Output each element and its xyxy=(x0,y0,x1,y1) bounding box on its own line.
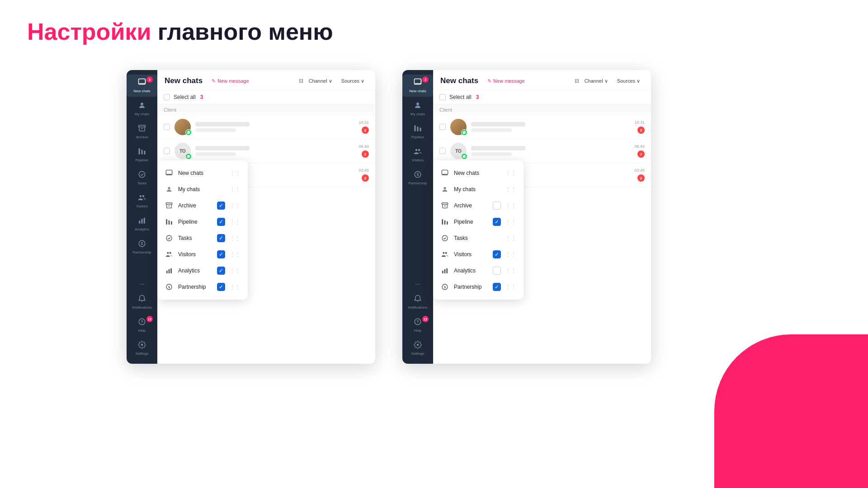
chat-checkbox-2-1[interactable] xyxy=(439,124,446,130)
dropdown-drag-my-chats-2[interactable]: ⋮⋮ xyxy=(505,186,516,192)
dropdown-icon-new-chats-1 xyxy=(165,169,174,178)
dropdown-check-pipeline-2[interactable]: ✓ xyxy=(493,218,501,226)
dropdown-item-archive-2[interactable]: Archive ⋮⋮ xyxy=(433,197,524,214)
dropdown-check-archive-1[interactable]: ✓ xyxy=(217,202,225,210)
dropdown-check-analytics-2[interactable] xyxy=(493,267,501,275)
sidebar-label-pipeline-2: Pipeline xyxy=(411,135,424,139)
sources-btn-2[interactable]: Sources ∨ xyxy=(613,77,644,85)
sidebar-item-analytics-1[interactable]: Analytics xyxy=(127,213,157,235)
chat-item-2-1[interactable]: 10:31 2 xyxy=(433,115,651,139)
dropdown-drag-archive-2[interactable]: ⋮⋮ xyxy=(505,202,516,209)
dropdown-item-tasks-2[interactable]: Tasks ⋮⋮ xyxy=(433,230,524,246)
chat-checkbox-2[interactable] xyxy=(164,148,170,154)
dropdown-check-archive-2[interactable] xyxy=(493,202,501,210)
dropdown-item-visitors-2[interactable]: Visitors ✓ ⋮⋮ xyxy=(433,246,524,263)
sidebar-item-new-chats-2[interactable]: 3 New chats xyxy=(402,75,433,97)
dropdown-item-archive-1[interactable]: Archive ✓ ⋮⋮ xyxy=(157,197,248,214)
dropdown-drag-pipeline-2[interactable]: ⋮⋮ xyxy=(505,219,516,225)
dropdown-drag-analytics-2[interactable]: ⋮⋮ xyxy=(505,267,516,274)
sidebar-item-help-1[interactable]: 13 ? Help xyxy=(127,314,157,336)
dropdown-drag-pipeline-1[interactable]: ⋮⋮ xyxy=(230,219,241,225)
new-message-btn-1[interactable]: ✎ New message xyxy=(209,77,252,85)
dropdown-item-new-chats-2[interactable]: New chats ⋮⋮ xyxy=(433,165,524,181)
mock-wrapper: 3 New chats My chats Archive xyxy=(127,70,651,364)
dropdown-drag-tasks-2[interactable]: ⋮⋮ xyxy=(505,235,516,241)
dropdown-item-pipeline-2[interactable]: Pipeline ✓ ⋮⋮ xyxy=(433,214,524,230)
dropdown-item-new-chats-1[interactable]: New chats ⋮⋮ xyxy=(157,165,248,181)
chat-unread-2-1: 2 xyxy=(637,127,645,134)
dropdown-drag-partnership-2[interactable]: ⋮⋮ xyxy=(505,284,516,290)
dropdown-item-partnership-1[interactable]: $ Partnership ✓ ⋮⋮ xyxy=(157,279,248,295)
chat-checkbox-2-2[interactable] xyxy=(439,148,446,154)
dropdown-check-pipeline-1[interactable]: ✓ xyxy=(217,218,225,226)
dropdown-drag-new-chats-2[interactable]: ⋮⋮ xyxy=(505,170,516,176)
sidebar-item-notifications-2[interactable]: Notifications xyxy=(402,291,433,313)
sidebar-1: 3 New chats My chats Archive xyxy=(127,70,157,364)
sidebar-label-tasks-1: Tasks xyxy=(137,181,146,185)
sidebar-item-visitors-2[interactable]: Visitors xyxy=(402,144,433,166)
sidebar-item-archive-1[interactable]: Archive xyxy=(127,121,157,143)
dropdown-item-my-chats-2[interactable]: My chats ⋮⋮ xyxy=(433,181,524,197)
dropdown-icon-archive-2 xyxy=(440,201,449,210)
dropdown-check-tasks-1[interactable]: ✓ xyxy=(217,234,225,242)
channel-btn-2[interactable]: Channel ∨ xyxy=(581,77,612,85)
select-all-checkbox-2[interactable] xyxy=(439,94,446,100)
new-message-btn-2[interactable]: ✎ New message xyxy=(485,77,528,85)
svg-rect-11 xyxy=(142,219,143,224)
sidebar-item-new-chats-1[interactable]: 3 New chats xyxy=(127,75,157,97)
mock-ui-2: 3 New chats My chats Pipeline xyxy=(402,70,651,364)
dropdown-drag-analytics-1[interactable]: ⋮⋮ xyxy=(230,267,241,274)
avatar-badge-wa-2-2 xyxy=(461,153,467,160)
dropdown-drag-visitors-2[interactable]: ⋮⋮ xyxy=(505,251,516,258)
svg-rect-20 xyxy=(166,203,172,204)
sidebar-item-partnership-2[interactable]: $ Partnership xyxy=(402,167,433,189)
sidebar-item-help-2[interactable]: 13 ? Help xyxy=(402,314,433,336)
dropdown-check-partnership-1[interactable]: ✓ xyxy=(217,283,225,291)
channel-btn-1[interactable]: Channel ∨ xyxy=(305,77,336,85)
new-chats-icon-1 xyxy=(138,78,146,88)
sidebar-item-settings-2[interactable]: Settings xyxy=(402,337,433,359)
dropdown-item-my-chats-1[interactable]: My chats ⋮⋮ xyxy=(157,181,248,197)
sidebar-item-pipeline-1[interactable]: Pipeline xyxy=(127,144,157,166)
dropdown-item-tasks-1[interactable]: Tasks ✓ ⋮⋮ xyxy=(157,230,248,246)
sidebar-item-visitors-1[interactable]: Visitors xyxy=(127,190,157,212)
dropdown-drag-tasks-1[interactable]: ⋮⋮ xyxy=(230,235,241,241)
settings-icon-2 xyxy=(414,341,422,350)
dropdown-check-visitors-2[interactable]: ✓ xyxy=(493,250,501,258)
dropdown-item-visitors-1[interactable]: Visitors ✓ ⋮⋮ xyxy=(157,246,248,263)
chat-meta-2-2: 06:44 2 xyxy=(634,144,645,158)
dropdown-check-partnership-2[interactable]: ✓ xyxy=(493,283,501,291)
dropdown-icon-my-chats-1 xyxy=(165,185,174,194)
sidebar-item-my-chats-1[interactable]: My chats xyxy=(127,98,157,120)
sidebar-item-settings-1[interactable]: Settings xyxy=(127,337,157,359)
dropdown-item-pipeline-1[interactable]: Pipeline ✓ ⋮⋮ xyxy=(157,214,248,230)
select-all-checkbox-1[interactable] xyxy=(164,94,170,100)
svg-rect-22 xyxy=(166,219,167,225)
dropdown-label-new-chats-2: New chats xyxy=(454,170,501,176)
svg-rect-28 xyxy=(166,271,168,273)
dropdown-drag-partnership-1[interactable]: ⋮⋮ xyxy=(230,284,241,290)
sidebar-item-tasks-1[interactable]: Tasks xyxy=(127,167,157,189)
title-highlight: Настройки xyxy=(27,19,151,45)
dropdown-item-analytics-1[interactable]: Analytics ✓ ⋮⋮ xyxy=(157,263,248,279)
dropdown-check-analytics-1[interactable]: ✓ xyxy=(217,267,225,275)
dropdown-drag-visitors-1[interactable]: ⋮⋮ xyxy=(230,251,241,258)
sources-btn-1[interactable]: Sources ∨ xyxy=(338,77,368,85)
top-bar-filter-1: ⊟ Channel ∨ Sources ∨ xyxy=(299,77,368,85)
dropdown-drag-my-chats-1[interactable]: ⋮⋮ xyxy=(230,186,241,192)
sidebar-item-my-chats-2[interactable]: My chats xyxy=(402,98,433,120)
sidebar-item-partnership-1[interactable]: $ Partnership xyxy=(127,236,157,258)
sidebar-item-pipeline-2[interactable]: Pipeline xyxy=(402,121,433,143)
dropdown-drag-new-chats-1[interactable]: ⋮⋮ xyxy=(230,170,241,176)
chat-item-2-2[interactable]: TO 06:44 2 xyxy=(433,139,651,163)
chat-item-2[interactable]: TO 06:44 2 xyxy=(157,139,375,163)
dropdown-drag-archive-1[interactable]: ⋮⋮ xyxy=(230,202,241,209)
new-chats-icon-2 xyxy=(414,78,422,88)
dropdown-check-visitors-1[interactable]: ✓ xyxy=(217,250,225,258)
dropdown-item-partnership-2[interactable]: $ Partnership ✓ ⋮⋮ xyxy=(433,279,524,295)
sidebar-item-notifications-1[interactable]: Notifications xyxy=(127,291,157,313)
dropdown-label-visitors-2: Visitors xyxy=(454,251,488,258)
dropdown-item-analytics-2[interactable]: Analytics ⋮⋮ xyxy=(433,263,524,279)
chat-item-1[interactable]: 10:31 2 xyxy=(157,115,375,139)
chat-checkbox-1[interactable] xyxy=(164,124,170,130)
